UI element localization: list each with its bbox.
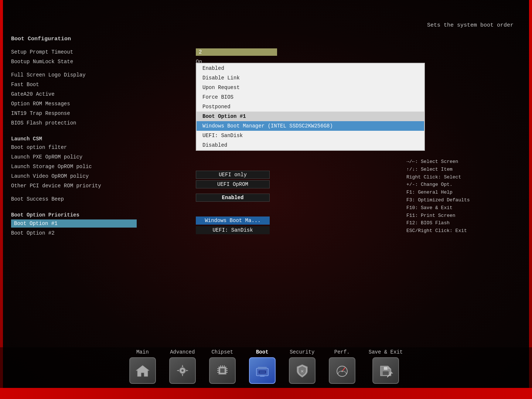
boot-success-beep-label: Boot Success Beep — [11, 196, 64, 202]
boot-option-priorities-row: Boot Option Priorities — [11, 208, 188, 219]
svg-rect-27 — [383, 371, 389, 375]
gatea20-row: GateA20 Active — [11, 89, 188, 99]
tab-advanced-label: Advanced — [170, 349, 195, 355]
setup-prompt-timeout-row: Setup Prompt Timeout — [11, 47, 188, 57]
help-right-click-select: Right Click: Select — [406, 174, 510, 181]
tab-boot-label: Boot — [256, 349, 269, 355]
launch-storage-label: Launch Storage OpROM polic — [11, 164, 92, 170]
boot-option-2-row[interactable]: Boot Option #2 — [11, 228, 188, 238]
help-panel: →/←: Select Screen ↑/↓: Select Item Righ… — [406, 158, 510, 235]
bottom-red-bar — [0, 388, 532, 399]
tab-save-exit[interactable]: Save & Exit — [362, 349, 409, 384]
tab-save-exit-icon[interactable] — [372, 357, 399, 384]
option-rom-row: Option ROM Messages — [11, 99, 188, 109]
boot-option2-value-row[interactable]: UEFI: SanDisk — [196, 225, 270, 235]
setup-prompt-timeout-label: Setup Prompt Timeout — [11, 49, 73, 55]
bios-flash-prot-row: BIOS Flash protection — [11, 118, 188, 128]
svg-rect-4 — [220, 368, 225, 373]
tab-security-label: Security — [290, 349, 314, 355]
boot-option-1-label[interactable]: Boot Option #1 — [11, 219, 137, 228]
tab-perf-label: Perf. — [334, 349, 350, 355]
tab-advanced-icon[interactable] — [169, 357, 196, 384]
other-pci-value-row[interactable]: UEFI OpROM — [196, 180, 270, 189]
boot-option-priorities-label: Boot Option Priorities — [11, 212, 79, 218]
other-pci-value[interactable]: UEFI OpROM — [196, 180, 270, 188]
help-f10: F10: Save & Exit — [406, 204, 510, 212]
bios-flash-prot-label: BIOS Flash protection — [11, 120, 76, 126]
dropdown-item-upon-request[interactable]: Upon Request — [197, 83, 424, 92]
boot-success-value[interactable]: Enabled — [196, 194, 270, 202]
dropdown-item-enabled[interactable]: Enabled — [197, 64, 424, 73]
red-accent-left — [0, 0, 3, 399]
help-f3: F3: Optimized Defaults — [406, 197, 510, 204]
spacer3 — [11, 191, 188, 194]
full-screen-logo-row: Full Screen Logo Display — [11, 70, 188, 80]
tab-main-icon[interactable] — [129, 357, 156, 384]
svg-rect-17 — [259, 371, 265, 373]
dropdown-item-postponed[interactable]: Postponed — [197, 102, 424, 112]
dropdown-item-uefi-sandisk[interactable]: UEFI: SanDisk — [197, 131, 424, 140]
boot-option-filter-label: Boot option filter — [11, 144, 67, 150]
tab-chipset-label: Chipset — [211, 349, 233, 355]
launch-csm-row: Launch CSM — [11, 132, 188, 143]
svg-rect-28 — [384, 367, 388, 370]
tab-security[interactable]: Security ✕ — [282, 349, 322, 384]
tab-main[interactable]: Main — [123, 349, 163, 384]
tab-chipset-icon[interactable] — [209, 357, 236, 384]
nav-tabs: Main Advanced Chipset — [0, 347, 532, 388]
help-f1: F1: General Help — [406, 189, 510, 197]
section-title: Boot Configuration — [11, 36, 521, 42]
full-screen-logo-label: Full Screen Logo Display — [11, 72, 86, 78]
boot-option-2-label: Boot Option #2 — [11, 230, 55, 236]
launch-storage-row: Launch Storage OpROM polic — [11, 162, 188, 171]
help-f11: F11: Print Screen — [406, 212, 510, 220]
bootup-numlock-label: Bootup NumLock State — [11, 59, 73, 65]
gatea20-label: GateA20 Active — [11, 91, 55, 97]
boot-option2-value[interactable]: UEFI: SanDisk — [196, 226, 270, 234]
boot-option-1-row[interactable]: Boot Option #1 — [11, 219, 188, 228]
spacer2 — [11, 128, 188, 132]
bootup-numlock-row: Bootup NumLock State — [11, 57, 188, 66]
dropdown-item-force-bios[interactable]: Force BIOS — [197, 92, 424, 102]
svg-point-2 — [181, 369, 184, 372]
boot-success-beep-row: Boot Success Beep — [11, 194, 188, 204]
tab-main-label: Main — [136, 349, 149, 355]
tab-perf-icon[interactable] — [329, 357, 355, 384]
tab-perf[interactable]: Perf. — [322, 349, 362, 384]
int19-row: INT19 Trap Response — [11, 109, 188, 118]
boot-option-filter-row: Boot option filter — [11, 143, 188, 152]
tab-save-exit-label: Save & Exit — [369, 349, 403, 355]
help-select-screen: →/←: Select Screen — [406, 158, 510, 166]
timeout-value[interactable]: 2 — [196, 48, 277, 56]
launch-pxe-row: Launch PXE OpROM policy — [11, 152, 188, 162]
tab-chipset[interactable]: Chipset — [202, 349, 242, 384]
settings-labels: Setup Prompt Timeout Bootup NumLock Stat… — [11, 47, 188, 347]
help-change-opt: +/-: Change Opt. — [406, 181, 510, 189]
tab-boot-icon[interactable] — [249, 357, 276, 384]
other-pci-row: Other PCI device ROM priority — [11, 181, 188, 191]
launch-csm-label: Launch CSM — [11, 136, 42, 142]
tab-advanced[interactable]: Advanced — [163, 349, 202, 384]
boot-success-value-row[interactable]: Enabled — [196, 193, 270, 202]
video-oprom-value-row[interactable]: UEFI only — [196, 170, 270, 180]
dropdown-popup[interactable]: Enabled Disable Link Upon Request Force … — [196, 63, 425, 151]
video-oprom-value[interactable]: UEFI only — [196, 171, 270, 179]
int19-label: INT19 Trap Response — [11, 110, 70, 116]
tab-boot[interactable]: Boot — [242, 349, 282, 384]
launch-video-row: Launch Video OpROM policy — [11, 171, 188, 181]
timeout-value-row: 2 — [196, 47, 277, 57]
boot-option1-value[interactable]: Windows Boot Ma... — [196, 216, 270, 225]
help-select-item: ↑/↓: Select Item — [406, 166, 510, 174]
svg-rect-15 — [258, 367, 267, 369]
spacer1 — [11, 66, 188, 70]
dropdown-item-disable-link[interactable]: Disable Link — [197, 73, 424, 83]
boot-option1-value-row[interactable]: Windows Boot Ma... — [196, 216, 270, 225]
red-accent-right — [529, 0, 532, 399]
tab-security-icon[interactable]: ✕ — [289, 357, 316, 384]
svg-marker-0 — [136, 365, 149, 376]
main-content: Sets the system boot order Boot Configur… — [11, 22, 521, 347]
svg-point-22 — [341, 371, 343, 372]
dropdown-item-disabled[interactable]: Disabled — [197, 140, 424, 150]
dropdown-item-windows-boot-manager[interactable]: Windows Boot Manager (INTEL SSDSC2KW256G… — [197, 121, 424, 131]
launch-pxe-label: Launch PXE OpROM policy — [11, 154, 82, 160]
